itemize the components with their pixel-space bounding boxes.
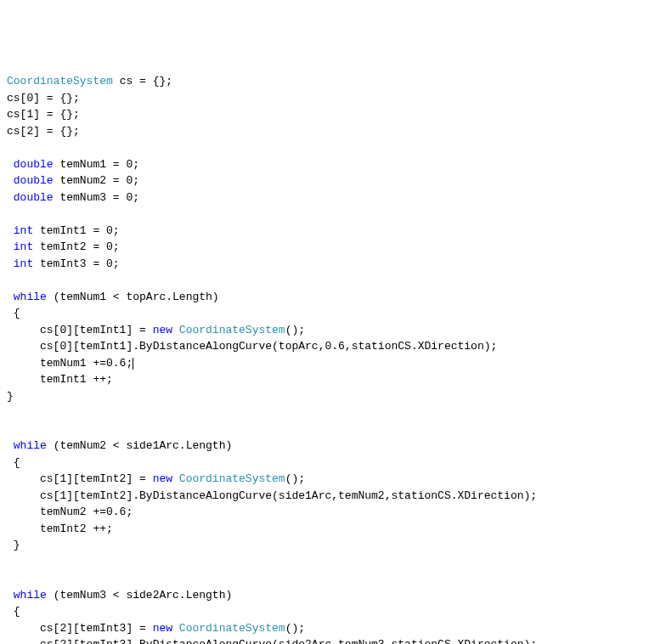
code-line: cs[1][temInt2].ByDistanceAlongCurve(side… [7, 489, 537, 502]
brace: { [7, 456, 20, 469]
code-line: double temNum2 = 0; [14, 174, 139, 187]
code-line: cs[0][temInt1] = new CoordinateSystem(); [7, 324, 305, 336]
code-line: while (temNum1 < topArc.Length) [14, 291, 219, 303]
code-line: cs[0][temInt1].ByDistanceAlongCurve(topA… [7, 340, 497, 353]
keyword: new [153, 622, 172, 635]
code-text: cs = {}; [113, 75, 172, 88]
code-line: cs[1][temInt2] = new CoordinateSystem(); [7, 472, 305, 485]
code-line: int temInt2 = 0; [14, 240, 120, 253]
code-text: temNum2 = 0; [54, 174, 139, 187]
code-line: temNum2 +=0.6; [7, 506, 133, 518]
type-name: CoordinateSystem [7, 75, 113, 88]
code-line: int temInt1 = 0; [14, 224, 120, 237]
code-line: temInt2 ++; [7, 523, 113, 535]
code-text: temInt1 = 0; [33, 224, 119, 237]
type-name: CoordinateSystem [172, 622, 285, 635]
code-line: double temNum1 = 0; [14, 158, 139, 171]
code-text: temNum3 = 0; [54, 191, 139, 204]
keyword: new [153, 472, 172, 485]
code-line: while (temNum3 < side2Arc.Length) [14, 589, 232, 602]
keyword: double [14, 174, 54, 187]
code-line: cs[0] = {}; [7, 92, 80, 105]
code-text: (); [285, 472, 305, 485]
keyword: while [14, 589, 47, 602]
code-text: (temNum1 < topArc.Length) [47, 291, 219, 303]
keyword: int [14, 257, 33, 270]
brace: } [7, 390, 14, 403]
keyword: while [14, 291, 47, 303]
code-line: int temInt3 = 0; [14, 257, 120, 270]
keyword: double [14, 191, 54, 204]
keyword: while [14, 439, 47, 452]
keyword: new [153, 324, 172, 336]
code-line: temNum1 +=0.6; [7, 357, 133, 370]
code-text: temInt3 = 0; [33, 257, 119, 270]
code-block: CoordinateSystem cs = {}; cs[0] = {}; cs… [7, 73, 648, 644]
code-text: (); [285, 622, 305, 635]
brace: { [7, 307, 20, 319]
code-text: temNum1 +=0.6; [7, 357, 133, 370]
code-line: CoordinateSystem cs = {}; [7, 75, 172, 88]
code-line: cs[1] = {}; [7, 108, 80, 121]
text-cursor [133, 358, 133, 370]
brace: { [7, 605, 20, 618]
code-text: temInt2 = 0; [33, 240, 119, 253]
keyword: int [14, 224, 33, 237]
code-line: cs[2] = {}; [7, 125, 80, 138]
code-line: double temNum3 = 0; [14, 191, 139, 204]
code-text: cs[1][temInt2] = [7, 472, 153, 485]
code-line: cs[2][temInt3] = new CoordinateSystem(); [7, 622, 305, 635]
code-text: (temNum3 < side2Arc.Length) [47, 589, 232, 602]
keyword: int [14, 240, 33, 253]
type-name: CoordinateSystem [172, 324, 285, 336]
code-line: cs[2][temInt3].ByDistanceAlongCurve(side… [7, 638, 537, 644]
type-name: CoordinateSystem [172, 472, 285, 485]
code-text: temNum1 = 0; [54, 158, 139, 171]
code-text: cs[0][temInt1] = [7, 324, 153, 336]
code-line: while (temNum2 < side1Arc.Length) [14, 439, 232, 452]
code-line: temInt1 ++; [7, 373, 113, 386]
brace: } [7, 539, 20, 551]
code-text: (temNum2 < side1Arc.Length) [47, 439, 232, 452]
keyword: double [14, 158, 54, 171]
code-text: (); [285, 324, 305, 336]
code-text: cs[2][temInt3] = [7, 622, 153, 635]
